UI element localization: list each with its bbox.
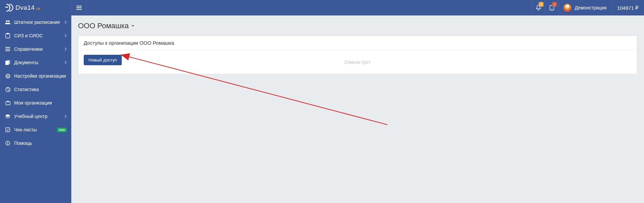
sidebar-item-label: Чек-листы [14,127,55,132]
empty-list-text: Список пуст [78,59,637,65]
sidebar-item-training[interactable]: Учебный центр [0,110,71,123]
clipboard-icon [5,33,11,39]
sidebar-item-label: Помощь [14,140,67,146]
svg-rect-11 [6,102,10,105]
card-title: Доступы к организации ООО Ромашка [78,36,637,50]
info-icon [5,140,11,146]
sidebar-item-staffing[interactable]: Штатное расписание [0,15,71,29]
sidebar-item-label: Справочники [14,46,65,52]
graduation-icon [5,113,11,119]
svg-point-2 [6,21,8,22]
menu-toggle-button[interactable] [71,0,87,15]
sidebar-item-label: Учебный центр [14,114,65,119]
check-icon [5,127,11,133]
sidebar-item-label: Документы [14,60,65,65]
sidebar-item-label: Мои организации [14,100,67,106]
logo[interactable]: Dva14.ru [0,0,71,15]
gear-icon [5,73,11,79]
sidebar-item-label: Настройки организации [14,73,67,79]
sidebar-item-label: СИЗ и СИОС [14,33,65,38]
sidebar-item-help[interactable]: Помощь [0,136,71,150]
sidebar: Штатное расписание СИЗ и СИОС Справочник… [0,15,71,203]
content-area: ООО Ромашка Доступы к организации ООО Ро… [71,15,644,203]
topbar: Dva14.ru 9 0 Демонстрация 104871₽ [0,0,644,15]
title-dropdown[interactable] [131,25,134,27]
chevron-right-icon [65,61,67,64]
svg-point-9 [7,75,8,77]
sidebar-item-statistics[interactable]: Статистика [0,83,71,96]
sidebar-item-documents[interactable]: Документы [0,56,71,69]
svg-rect-7 [7,60,10,64]
chevron-right-icon [65,47,67,51]
notifications-button[interactable]: 9 [531,0,545,15]
logo-text: Dva14.ru [15,4,40,11]
user-menu[interactable]: Демонстрация [558,0,611,15]
nav-button[interactable]: 0 [545,0,558,15]
chevron-right-icon [65,115,67,118]
sidebar-item-directories[interactable]: Справочники [0,42,71,56]
list-icon [5,46,11,52]
sidebar-item-my-orgs[interactable]: Мои организации [0,96,71,110]
caret-down-icon [131,25,134,27]
notifications-badge: 9 [539,2,543,7]
documents-icon [5,59,11,66]
briefcase-icon [5,100,11,106]
hamburger-icon [76,6,82,10]
svg-point-14 [7,142,8,143]
page-title-row: ООО Ромашка [78,22,637,30]
svg-point-3 [8,21,10,22]
svg-rect-5 [7,33,9,34]
users-icon [5,19,11,25]
nav-badge: 0 [552,2,557,7]
chevron-right-icon [65,34,67,37]
new-badge: new [57,128,67,132]
sidebar-item-label: Статистика [14,87,67,92]
chevron-right-icon [65,21,67,24]
ruble-icon: ₽ [635,5,639,11]
user-name: Демонстрация [575,5,607,10]
svg-point-1 [552,9,552,9]
sidebar-item-siz[interactable]: СИЗ и СИОС [0,29,71,42]
card-body: Новый доступ Список пуст [78,50,637,74]
access-card: Доступы к организации ООО Ромашка Новый … [78,36,637,74]
sidebar-item-org-settings[interactable]: Настройки организации [0,69,71,83]
svg-rect-15 [7,143,8,145]
sidebar-item-label: Штатное расписание [14,19,65,25]
avatar-icon [563,4,571,12]
balance[interactable]: 104871₽ [611,0,644,15]
balance-amount: 104871 [617,5,634,11]
sidebar-item-checklists[interactable]: Чек-листы new [0,123,71,136]
logo-icon [4,3,13,12]
page-title: ООО Ромашка [78,22,129,30]
chart-icon [5,86,11,92]
